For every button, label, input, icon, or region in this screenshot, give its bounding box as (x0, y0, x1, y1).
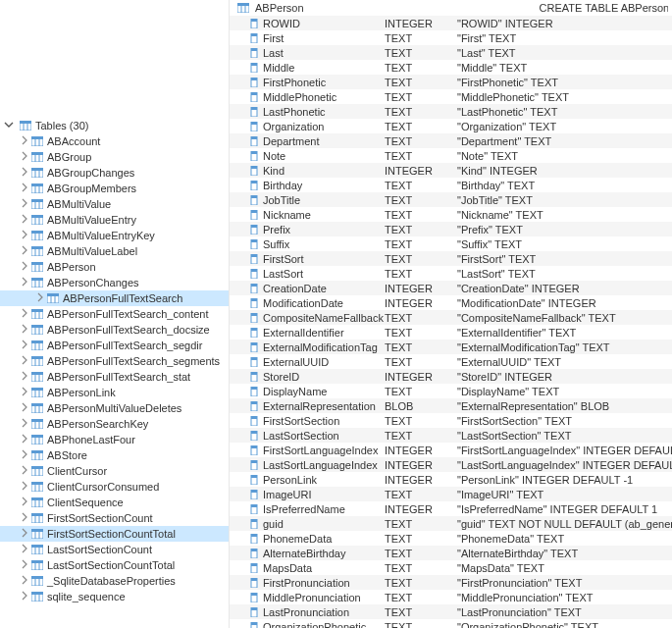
chevron-right-icon[interactable] (20, 434, 31, 445)
column-row[interactable]: guidTEXT"guid" TEXT NOT NULL DEFAULT (ab… (230, 516, 672, 531)
chevron-right-icon[interactable] (20, 355, 31, 367)
column-row[interactable]: FirstSortLanguageIndexINTEGER"FirstSortL… (230, 443, 672, 457)
chevron-right-icon[interactable] (20, 340, 31, 351)
column-row[interactable]: DisplayNameTEXT"DisplayName" TEXT (230, 384, 672, 398)
chevron-right-icon[interactable] (20, 512, 31, 524)
column-row[interactable]: ExternalModificationTagTEXT"ExternalModi… (230, 340, 672, 354)
column-row[interactable]: FirstSortSectionTEXT"FirstSortSection" T… (230, 413, 672, 428)
sidebar-item-abgroup[interactable]: ABGroup (0, 149, 229, 165)
chevron-right-icon[interactable] (20, 198, 31, 210)
column-row[interactable]: JobTitleTEXT"JobTitle" TEXT (230, 192, 672, 207)
chevron-right-icon[interactable] (20, 497, 31, 508)
column-row[interactable]: LastTEXT"Last" TEXT (230, 45, 672, 60)
column-row[interactable]: ROWIDINTEGER"ROWID" INTEGER (230, 16, 672, 30)
sidebar-item-abpersonchanges[interactable]: ABPersonChanges (0, 275, 229, 290)
chevron-right-icon[interactable] (20, 167, 31, 179)
chevron-right-icon[interactable] (20, 387, 31, 398)
chevron-right-icon[interactable] (20, 245, 31, 257)
column-row[interactable]: LastSortSectionTEXT"LastSortSection" TEX… (230, 428, 672, 443)
column-row[interactable]: AlternateBirthdayTEXT"AlternateBirthday"… (230, 546, 672, 560)
chevron-right-icon[interactable] (20, 465, 31, 477)
sidebar-item-abphonelastfour[interactable]: ABPhoneLastFour (0, 432, 229, 447)
column-row[interactable]: NicknameTEXT"Nickname" TEXT (230, 207, 672, 222)
chevron-right-icon[interactable] (20, 277, 31, 288)
sidebar-item-abpersonfulltextsearch_segdir[interactable]: ABPersonFullTextSearch_segdir (0, 338, 229, 353)
column-row[interactable]: OrganizationPhoneticTEXT"OrganizationPho… (230, 619, 672, 628)
column-row[interactable]: ExternalIdentifierTEXT"ExternalIdentifie… (230, 325, 672, 340)
sidebar-item-abpersonfulltextsearch_docsize[interactable]: ABPersonFullTextSearch_docsize (0, 322, 229, 338)
column-row[interactable]: SuffixTEXT"Suffix" TEXT (230, 236, 672, 251)
column-row[interactable]: DepartmentTEXT"Department" TEXT (230, 133, 672, 148)
chevron-right-icon[interactable] (20, 135, 31, 147)
sidebar-item-abpersonfulltextsearch_stat[interactable]: ABPersonFullTextSearch_stat (0, 369, 229, 385)
column-row[interactable]: ImageURITEXT"ImageURI" TEXT (230, 487, 672, 501)
column-row[interactable]: KindINTEGER"Kind" INTEGER (230, 163, 672, 178)
chevron-right-icon[interactable] (20, 214, 31, 226)
column-row[interactable]: LastSortTEXT"LastSort" TEXT (230, 266, 672, 281)
chevron-right-icon[interactable] (20, 544, 31, 555)
column-row[interactable]: PersonLinkINTEGER"PersonLink" INTEGER DE… (230, 472, 672, 487)
sidebar-item-lastsortsectioncounttotal[interactable]: LastSortSectionCountTotal (0, 557, 229, 573)
column-row[interactable]: NoteTEXT"Note" TEXT (230, 148, 672, 163)
chevron-right-icon[interactable] (20, 261, 31, 273)
sidebar-item-firstsortsectioncounttotal[interactable]: FirstSortSectionCountTotal (0, 526, 229, 542)
column-row[interactable]: ExternalUUIDTEXT"ExternalUUID" TEXT (230, 354, 672, 369)
sidebar-item-_sqlitedatabaseproperties[interactable]: _SqliteDatabaseProperties (0, 573, 229, 589)
sidebar-item-sqlite_sequence[interactable]: sqlite_sequence (0, 589, 229, 604)
column-row[interactable]: PrefixTEXT"Prefix" TEXT (230, 222, 672, 236)
column-row[interactable]: CompositeNameFallbackTEXT"CompositeNameF… (230, 310, 672, 325)
chevron-right-icon[interactable] (20, 575, 31, 587)
sidebar-item-abmultivalueentrykey[interactable]: ABMultiValueEntryKey (0, 228, 229, 243)
sidebar-item-firstsortsectioncount[interactable]: FirstSortSectionCount (0, 510, 229, 526)
column-row[interactable]: ModificationDateINTEGER"ModificationDate… (230, 295, 672, 310)
column-row[interactable]: LastSortLanguageIndexINTEGER"LastSortLan… (230, 457, 672, 472)
chevron-right-icon[interactable] (20, 230, 31, 241)
sidebar-item-abmultivalueentry[interactable]: ABMultiValueEntry (0, 212, 229, 228)
column-row[interactable]: MapsDataTEXT"MapsData" TEXT (230, 560, 672, 575)
column-row[interactable]: LastPhoneticTEXT"LastPhonetic" TEXT (230, 104, 672, 119)
column-row[interactable]: IsPreferredNameINTEGER"IsPreferredName" … (230, 501, 672, 516)
chevron-right-icon[interactable] (20, 449, 31, 461)
sidebar-item-abmultivaluelabel[interactable]: ABMultiValueLabel (0, 243, 229, 259)
chevron-right-icon[interactable] (20, 418, 31, 430)
column-row[interactable]: StoreIDINTEGER"StoreID" INTEGER (230, 369, 672, 384)
column-row[interactable]: FirstPronunciationTEXT"FirstPronunciatio… (230, 575, 672, 590)
column-row[interactable]: FirstTEXT"First" TEXT (230, 30, 672, 45)
column-row[interactable]: OrganizationTEXT"Organization" TEXT (230, 119, 672, 133)
sidebar-item-clientcursor[interactable]: ClientCursor (0, 463, 229, 479)
column-row[interactable]: FirstSortTEXT"FirstSort" TEXT (230, 251, 672, 266)
sidebar[interactable]: Tables (30) ABAccountABGroupABGroupChang… (0, 0, 230, 628)
column-row[interactable]: LastPronunciationTEXT"LastPronunciation"… (230, 604, 672, 619)
tables-root[interactable]: Tables (30) (0, 118, 229, 133)
chevron-right-icon[interactable] (35, 292, 47, 304)
chevron-right-icon[interactable] (20, 308, 31, 320)
sidebar-item-abstore[interactable]: ABStore (0, 447, 229, 463)
sidebar-item-abperson[interactable]: ABPerson (0, 259, 229, 275)
chevron-right-icon[interactable] (20, 324, 31, 336)
sidebar-item-abpersonfulltextsearch[interactable]: ABPersonFullTextSearch (0, 290, 229, 306)
chevron-right-icon[interactable] (20, 591, 31, 602)
sidebar-item-clientcursorconsumed[interactable]: ClientCursorConsumed (0, 479, 229, 495)
sidebar-item-lastsortsectioncount[interactable]: LastSortSectionCount (0, 542, 229, 557)
chevron-right-icon[interactable] (20, 183, 31, 194)
chevron-right-icon[interactable] (20, 528, 31, 540)
chevron-right-icon[interactable] (20, 151, 31, 163)
column-row[interactable]: CreationDateINTEGER"CreationDate" INTEGE… (230, 281, 672, 295)
column-row[interactable]: BirthdayTEXT"Birthday" TEXT (230, 178, 672, 192)
detail-pane[interactable]: ABPerson CREATE TABLE ABPerson (ROWID IN… (230, 0, 672, 628)
sidebar-item-clientsequence[interactable]: ClientSequence (0, 495, 229, 510)
sidebar-item-abaccount[interactable]: ABAccount (0, 133, 229, 149)
column-row[interactable]: FirstPhoneticTEXT"FirstPhonetic" TEXT (230, 75, 672, 89)
chevron-right-icon[interactable] (20, 559, 31, 571)
chevron-right-icon[interactable] (20, 481, 31, 493)
column-row[interactable]: MiddleTEXT"Middle" TEXT (230, 60, 672, 75)
column-row[interactable]: MiddlePhoneticTEXT"MiddlePhonetic" TEXT (230, 89, 672, 104)
sidebar-item-abmultivalue[interactable]: ABMultiValue (0, 196, 229, 212)
chevron-down-icon[interactable] (4, 120, 16, 131)
column-row[interactable]: MiddlePronunciationTEXT"MiddlePronunciat… (230, 590, 672, 604)
sidebar-item-abpersonlink[interactable]: ABPersonLink (0, 385, 229, 400)
chevron-right-icon[interactable] (20, 402, 31, 414)
table-header-row[interactable]: ABPerson CREATE TABLE ABPerson (ROWID IN… (230, 0, 672, 16)
chevron-right-icon[interactable] (20, 371, 31, 383)
sidebar-item-abpersonmultivaluedeletes[interactable]: ABPersonMultiValueDeletes (0, 400, 229, 416)
